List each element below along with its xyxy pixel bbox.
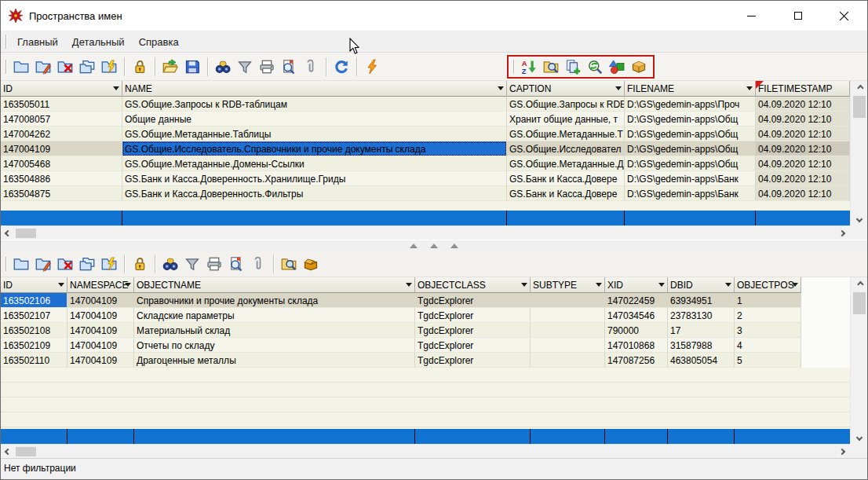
grid-cell[interactable]: 3 [735,323,801,338]
folder-bolt-button[interactable] [98,56,120,78]
column-header-objectname[interactable]: OBJECTNAME [134,277,415,293]
copy-add-button[interactable] [562,56,584,78]
vertical-scroll-thumb[interactable] [853,96,866,118]
grid-cell[interactable]: D:\GS\gedemin-apps\Банк [625,186,756,201]
close-button[interactable] [821,1,867,31]
search-refresh-button[interactable] [584,56,606,78]
grid-cell[interactable] [531,308,605,323]
folder-delete-button[interactable] [54,56,76,78]
scroll-left-button[interactable] [1,226,14,240]
grid-cell[interactable]: GS.Общие.Запросы к RDB [507,97,625,112]
toolbar-grip[interactable] [5,257,7,271]
grid-cell[interactable]: D:\GS\gedemin-apps\Общ [625,126,756,141]
package-open-button[interactable] [300,253,322,275]
horizontal-scrollbar[interactable] [1,444,850,458]
column-dropdown-icon[interactable] [406,283,412,287]
column-dropdown-icon[interactable] [125,283,131,287]
grid-cell[interactable]: GS.Банк и Касса.Доверенность.Хранилище.Г… [122,171,507,186]
preview-button[interactable] [278,56,300,78]
column-header-name[interactable]: NAME [122,81,507,97]
toolbar-grip[interactable] [513,60,515,74]
shapes-button[interactable] [606,56,628,78]
grid-cell[interactable]: 147005468 [1,156,122,171]
scroll-up-button[interactable] [851,81,867,94]
horizontal-scroll-thumb[interactable] [16,447,36,456]
grid-cell[interactable]: 163502108 [1,323,67,338]
column-dropdown-icon[interactable] [615,86,622,90]
grid-cell[interactable]: GS.Общие.Исследовател [507,141,625,156]
grid-cell[interactable]: 147004109 [1,141,122,156]
grid-cell[interactable]: GS.Общие.Исследователь.Справочники и про… [122,141,507,156]
grid-cell[interactable]: 23783130 [668,308,735,323]
folder-delete-button[interactable] [54,253,76,275]
grid-cell[interactable]: 63934951 [668,293,735,308]
grid-cell[interactable]: 04.09.2020 12:10 [756,97,850,112]
folder-edit-button[interactable] [32,56,54,78]
grid-cell[interactable]: 147034546 [605,308,668,323]
paperclip-button[interactable] [300,56,322,78]
printer-button[interactable] [203,253,225,275]
scroll-down-button[interactable] [851,431,867,444]
column-header-id[interactable]: ID [1,81,122,97]
grid-cell[interactable]: 147004109 [67,338,134,353]
grid-cell[interactable]: TgdcExplorer [415,293,531,308]
grid-cell[interactable]: 4 [735,338,801,353]
maximize-button[interactable] [775,1,821,31]
sort-az-button[interactable]: AZ [518,56,540,78]
grid-cell[interactable]: GS.Общие.Метаданные.Таблицы [122,126,507,141]
column-dropdown-icon[interactable] [58,283,64,287]
horizontal-scrollbar[interactable] [1,225,850,240]
scroll-right-button[interactable] [835,226,848,240]
grid-cell[interactable]: 31587988 [668,338,735,353]
binoculars-button[interactable] [212,56,234,78]
printer-button[interactable] [256,56,278,78]
grid-cell[interactable]: Складские параметры [134,308,415,323]
column-dropdown-icon[interactable] [746,86,753,90]
lock-button[interactable] [129,56,151,78]
grid-cell[interactable]: GS.Банк и Касса.Доверенность.Фильтры [122,186,507,201]
grid-cell[interactable]: 147087256 [605,353,668,368]
scroll-up-button[interactable] [851,277,867,291]
grid-cell[interactable]: 147004262 [1,126,122,141]
cube-button[interactable] [628,56,650,78]
grid-cell[interactable]: 5 [735,353,801,368]
column-dropdown-icon[interactable] [792,283,798,287]
grid-cell[interactable]: 163502107 [1,308,67,323]
grid-cell[interactable]: D:\GS\gedemin-apps\Общ [625,156,756,171]
grid-cell[interactable]: D:\GS\gedemin-apps\Проч [625,97,756,112]
column-header-caption[interactable]: CAPTION [507,81,625,97]
grid-cell[interactable] [531,338,605,353]
grid-cell[interactable]: 163502109 [1,338,67,353]
scroll-down-button[interactable] [851,212,867,225]
grid-cell[interactable]: 163504886 [1,171,122,186]
grid-cell[interactable]: Справочники и прочие документы склада [134,293,415,308]
column-header-xid[interactable]: XID [605,277,668,293]
vertical-scroll-thumb[interactable] [853,292,866,314]
save-button[interactable] [181,56,203,78]
folder-new-button[interactable] [10,56,32,78]
folder-edit-button[interactable] [32,253,54,275]
column-header-objectpos[interactable]: OBJECTPOS [735,277,801,293]
folder-copy-button[interactable] [76,56,98,78]
column-dropdown-icon[interactable] [725,283,731,287]
grid-cell[interactable]: Общие данные [122,112,507,126]
folder-open-button[interactable] [159,56,181,78]
grid-cell[interactable]: 147004109 [67,308,134,323]
grid-cell[interactable]: 163504875 [1,186,122,201]
binoculars-button[interactable] [159,253,181,275]
grid-cell[interactable]: 163502106 [1,293,67,308]
grid-cell[interactable]: 04.09.2020 12:10 [756,171,850,186]
grid-cell[interactable]: Отчеты по складу [134,338,415,353]
grid-cell[interactable]: D:\GS\gedemin-apps\Общ [625,112,756,126]
column-header-filename[interactable]: FILENAME [625,81,756,97]
scroll-left-button[interactable] [1,445,14,458]
scroll-right-button[interactable] [835,445,848,458]
menu-item-3[interactable]: Справка [132,32,186,51]
grid-cell[interactable]: GS.Общие.Запросы к RDB-таблицам [122,97,507,112]
grid-cell[interactable]: Хранит общие данные, т [507,112,625,126]
grid-cell[interactable]: 04.09.2020 12:10 [756,112,850,126]
column-header-objectclass[interactable]: OBJECTCLASS [415,277,531,293]
horizontal-scroll-thumb[interactable] [16,229,36,238]
grid-cell[interactable]: 04.09.2020 12:10 [756,156,850,171]
refresh-button[interactable] [330,56,352,78]
